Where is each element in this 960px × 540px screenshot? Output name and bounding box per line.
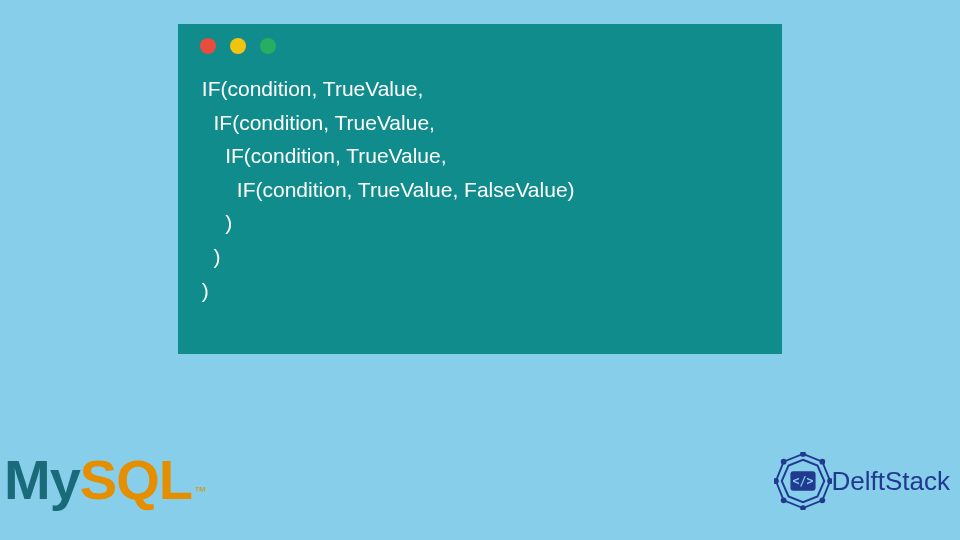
maximize-icon xyxy=(260,38,276,54)
delftstack-logo: </> DelftStack xyxy=(774,452,951,510)
mysql-logo: My SQL ™ xyxy=(4,447,206,512)
mysql-logo-my: My xyxy=(4,447,80,512)
delftstack-text: DelftStack xyxy=(832,466,951,497)
window-traffic-lights xyxy=(200,38,764,54)
minimize-icon xyxy=(230,38,246,54)
svg-point-5 xyxy=(820,498,824,502)
mysql-logo-sql: SQL xyxy=(80,447,192,512)
code-block: IF(condition, TrueValue, IF(condition, T… xyxy=(196,72,764,307)
svg-point-4 xyxy=(828,479,832,483)
delftstack-badge-icon: </> xyxy=(774,452,832,510)
svg-point-9 xyxy=(781,460,785,464)
mysql-logo-tm: ™ xyxy=(194,484,206,498)
code-window: IF(condition, TrueValue, IF(condition, T… xyxy=(178,24,782,354)
close-icon xyxy=(200,38,216,54)
svg-point-7 xyxy=(781,498,785,502)
svg-point-2 xyxy=(801,452,805,456)
svg-text:</>: </> xyxy=(792,474,813,488)
svg-point-8 xyxy=(774,479,778,483)
svg-point-3 xyxy=(820,460,824,464)
svg-point-6 xyxy=(801,506,805,510)
